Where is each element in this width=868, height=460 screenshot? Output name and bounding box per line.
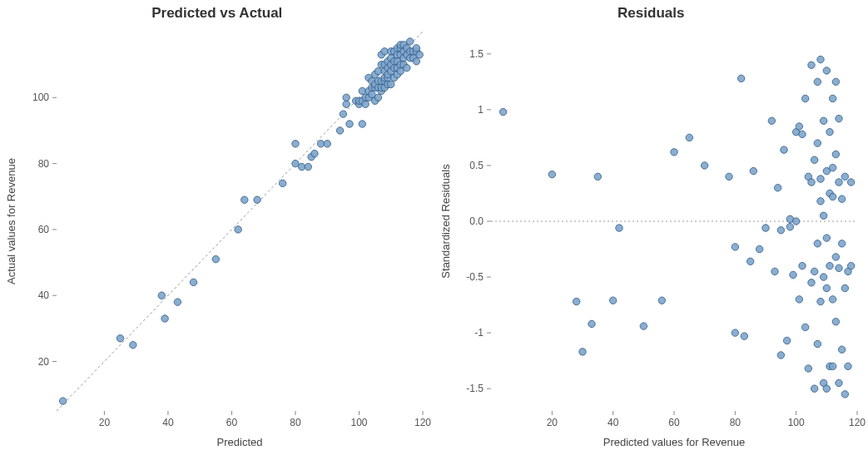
data-point: [756, 245, 762, 252]
svg-text:80: 80: [38, 158, 50, 170]
data-point: [796, 123, 802, 130]
data-point: [594, 173, 601, 180]
data-point: [406, 38, 413, 45]
data-point: [847, 179, 854, 185]
data-point: [777, 227, 784, 234]
data-point: [835, 379, 841, 386]
data-point: [761, 225, 768, 231]
data-point: [814, 78, 821, 85]
svg-text:20: 20: [99, 417, 111, 428]
data-point: [768, 117, 775, 124]
data-point: [771, 268, 777, 275]
data-point: [381, 48, 388, 55]
data-point: [807, 279, 814, 286]
svg-text:1: 1: [478, 104, 484, 116]
data-point: [814, 140, 821, 146]
data-point: [838, 346, 845, 353]
data-point: [588, 320, 594, 327]
svg-text:120: 120: [414, 417, 431, 428]
data-point: [340, 111, 346, 117]
data-point: [416, 52, 423, 58]
svg-text:80: 80: [290, 417, 301, 428]
data-point: [190, 279, 196, 285]
data-point: [292, 141, 299, 147]
data-point: [820, 212, 826, 219]
data-point: [814, 240, 821, 247]
data-point: [732, 329, 738, 336]
data-point: [343, 94, 350, 101]
data-point: [841, 391, 848, 398]
data-point: [311, 151, 318, 157]
data-point: [362, 101, 369, 107]
chart-title-1: Predicted vs Actual: [0, 5, 434, 22]
svg-text:120: 120: [848, 417, 865, 428]
data-point: [826, 262, 832, 269]
data-point: [737, 75, 744, 82]
data-point: [499, 108, 506, 115]
svg-text:-0.5: -0.5: [466, 271, 484, 283]
svg-text:-1.5: -1.5: [466, 383, 484, 394]
data-point: [838, 240, 845, 247]
data-point: [832, 78, 839, 85]
data-point: [346, 121, 353, 127]
data-point: [823, 284, 830, 291]
data-point: [174, 299, 181, 305]
data-point: [807, 179, 814, 185]
data-point: [158, 292, 165, 299]
data-point: [805, 365, 811, 372]
data-point: [826, 129, 832, 136]
data-point: [317, 141, 324, 147]
data-point: [829, 296, 836, 303]
data-point: [777, 352, 784, 359]
chart-title-2: Residuals: [434, 5, 869, 22]
data-point: [814, 340, 821, 347]
data-point: [786, 224, 793, 230]
data-point: [298, 163, 305, 170]
data-point: [374, 94, 381, 101]
data-point: [324, 141, 330, 147]
data-point: [130, 341, 136, 348]
data-point: [686, 134, 692, 141]
data-point: [820, 274, 826, 280]
svg-text:1.5: 1.5: [469, 48, 484, 60]
svg-text:60: 60: [668, 417, 680, 428]
data-point: [725, 173, 732, 180]
data-point: [615, 225, 622, 231]
data-point: [823, 235, 830, 241]
data-point: [798, 131, 805, 137]
data-point: [548, 171, 555, 177]
svg-text:-1: -1: [474, 327, 484, 339]
data-point: [212, 255, 219, 262]
data-point: [640, 323, 647, 329]
data-point: [573, 298, 579, 304]
data-point: [374, 67, 381, 74]
data-point: [117, 335, 123, 342]
data-point: [811, 156, 817, 163]
data-point: [847, 262, 854, 269]
data-point: [292, 160, 299, 166]
panel-predicted-vs-actual: Predicted vs Actual 20406080100120204060…: [0, 0, 434, 460]
data-point: [811, 268, 817, 275]
y-axis-label: Actual values for Revenue: [5, 158, 17, 284]
data-point: [835, 265, 841, 271]
panel-residuals: Residuals 20406080100120-1.5-1-0.50.00.5…: [434, 0, 869, 460]
data-point: [59, 398, 66, 404]
data-point: [397, 67, 404, 74]
data-point: [279, 180, 285, 186]
data-point: [823, 67, 830, 74]
data-point: [388, 81, 394, 87]
data-point: [780, 146, 786, 153]
data-point: [746, 258, 753, 265]
data-point: [832, 319, 839, 325]
data-point: [750, 167, 756, 174]
data-point: [413, 45, 419, 52]
data-point: [343, 101, 350, 107]
data-point: [578, 349, 585, 355]
data-point: [811, 385, 817, 392]
scatter-residuals: 20406080100120-1.5-1-0.50.00.511.5Predic…: [434, 25, 867, 458]
data-point: [801, 95, 808, 101]
data-point: [701, 162, 707, 169]
svg-text:100: 100: [787, 417, 804, 428]
svg-text:20: 20: [546, 417, 558, 428]
data-point: [413, 57, 419, 64]
